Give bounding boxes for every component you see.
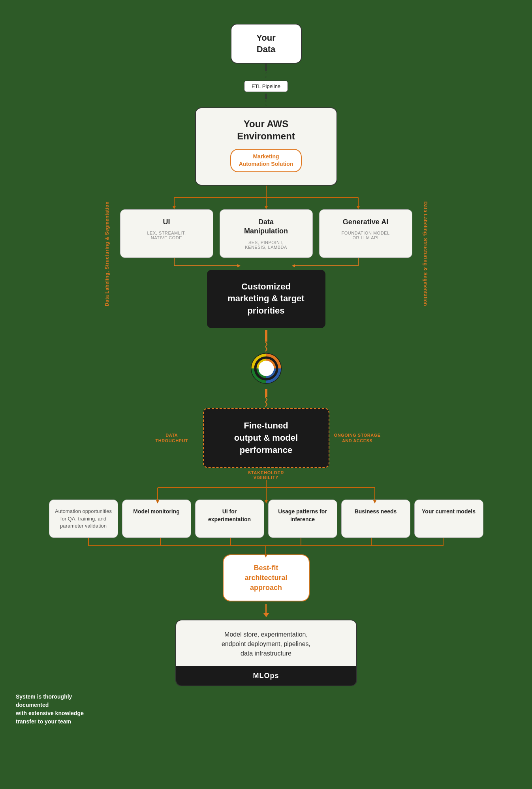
model-monitoring-card: Model monitoring bbox=[122, 500, 191, 538]
logo-to-finetuned-arrow: ❯ ❯ bbox=[264, 389, 268, 406]
arrow-to-aws: › › bbox=[265, 94, 267, 107]
usage-patterns-card: Usage patterns for inference bbox=[268, 500, 337, 538]
generative-ai-subtitle: FOUNDATION MODELOR LLM API bbox=[326, 231, 406, 240]
your-data-box: YourData bbox=[231, 24, 302, 64]
mlops-footer: MLOps bbox=[176, 666, 356, 686]
fine-tuned-section: DATATHROUGHPUT ONGOING STORAGEAND ACCESS… bbox=[148, 408, 385, 468]
cards-to-bestfit-connector bbox=[49, 538, 483, 558]
data-manipulation-title: DataManipulation bbox=[226, 218, 306, 236]
svg-marker-22 bbox=[265, 500, 268, 503]
ui-subtitle: LEX, STREAMLIT,NATIVE CODE bbox=[127, 231, 207, 240]
generative-ai-box: Generative AI FOUNDATION MODELOR LLM API bbox=[319, 209, 412, 258]
svg-marker-13 bbox=[292, 264, 295, 267]
svg-marker-32 bbox=[264, 554, 267, 558]
finetuned-connector-svg bbox=[88, 480, 444, 503]
business-needs-card: Business needs bbox=[341, 500, 410, 538]
circle-logo bbox=[250, 353, 282, 386]
marketing-to-logo-arrow: ❯ ❯ bbox=[264, 330, 268, 351]
bottom-left-text: System is thoroughly documentedwith exte… bbox=[16, 693, 95, 726]
svg-marker-5 bbox=[173, 206, 176, 209]
marketing-automation-label: MarketingAutomation Solution bbox=[239, 153, 293, 167]
ui-experimentation-card: UI for experimentation bbox=[195, 500, 264, 538]
ui-title: UI bbox=[127, 218, 207, 227]
svg-marker-6 bbox=[265, 206, 268, 209]
finetuned-to-bottom-connector bbox=[88, 480, 444, 503]
svg-marker-21 bbox=[156, 500, 159, 503]
customized-marketing-title: Customizedmarketing & targetpriorities bbox=[223, 281, 310, 317]
customized-marketing-box: Customizedmarketing & targetpriorities bbox=[207, 270, 325, 328]
fine-tuned-title: Fine-tunedoutput & modelperformance bbox=[216, 420, 316, 456]
bracket-svg bbox=[128, 186, 404, 209]
cards-connector-svg bbox=[49, 538, 483, 558]
etl-pipeline-label: ETL Pipeline bbox=[244, 81, 288, 92]
fine-tuned-box: Fine-tunedoutput & modelperformance bbox=[203, 408, 329, 468]
your-data-title: YourData bbox=[256, 33, 275, 54]
best-fit-wrapper: Best-fitarchitecturalapproach bbox=[223, 554, 310, 602]
best-fit-title: Best-fitarchitecturalapproach bbox=[235, 563, 297, 593]
automation-card: Automation opportunities for QA, trainin… bbox=[49, 500, 118, 538]
data-manipulation-subtitle: SES, PINPOINT,KENESIS, LAMBDA bbox=[226, 240, 306, 250]
arrow-to-etl: › › bbox=[265, 64, 267, 79]
marketing-automation-pill: MarketingAutomation Solution bbox=[230, 149, 302, 172]
logo-svg bbox=[250, 353, 282, 384]
svg-marker-10 bbox=[237, 264, 241, 267]
data-throughput-label: DATATHROUGHPUT bbox=[156, 432, 188, 444]
generative-ai-title: Generative AI bbox=[326, 218, 406, 227]
ongoing-storage-label: ONGOING STORAGEAND ACCESS bbox=[334, 432, 381, 444]
aws-environment-box: Your AWSEnvironment MarketingAutomation … bbox=[195, 107, 337, 186]
current-models-card: Your current models bbox=[414, 500, 483, 538]
vertical-label-right: Data Labeling, Structuring & Segmentatio… bbox=[423, 201, 428, 306]
aws-to-components-connector bbox=[88, 186, 444, 209]
svg-marker-23 bbox=[373, 500, 376, 503]
bottom-cards-row: Automation opportunities for QA, trainin… bbox=[49, 500, 483, 538]
bestfit-to-mlops-arrow bbox=[263, 604, 269, 617]
aws-env-title: Your AWSEnvironment bbox=[209, 118, 324, 142]
customized-marketing-wrapper: Customizedmarketing & targetpriorities bbox=[88, 270, 444, 328]
components-section: Data Labeling, Structuring & Segmentatio… bbox=[88, 186, 444, 328]
best-fit-box: Best-fitarchitecturalapproach bbox=[223, 554, 310, 602]
components-row: UI LEX, STREAMLIT,NATIVE CODE DataManipu… bbox=[88, 209, 444, 258]
mlops-content: Model store, experimentation,endpoint de… bbox=[176, 620, 356, 666]
data-manipulation-box: DataManipulation SES, PINPOINT,KENESIS, … bbox=[220, 209, 313, 258]
mlops-container: Model store, experimentation,endpoint de… bbox=[175, 620, 357, 686]
diagram-container: YourData › › ETL Pipeline › › Your AWSEn… bbox=[0, 0, 532, 789]
svg-marker-7 bbox=[357, 206, 360, 209]
vertical-label-left: Data Labeling, Structuring & Segmentatio… bbox=[104, 201, 110, 306]
ui-component-box: UI LEX, STREAMLIT,NATIVE CODE bbox=[120, 209, 213, 258]
stakeholder-visibility-label: STAKEHOLDERVISIBILITY bbox=[248, 470, 284, 480]
